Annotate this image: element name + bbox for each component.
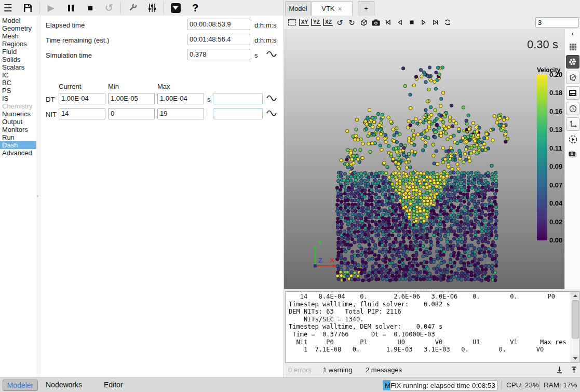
colorbar-toggle-button[interactable] xyxy=(566,86,579,100)
solver-console[interactable]: 14 8.4E-04 0. 2.6E-06 3.0E-06 0. 0. P0 T… xyxy=(285,291,579,363)
geometry-toggle-button[interactable] xyxy=(566,71,579,84)
dt-current-field[interactable]: 1.00E-04 xyxy=(59,93,105,104)
nit-min-field[interactable]: 0 xyxy=(108,108,155,119)
svg-text:X: X xyxy=(330,256,334,264)
view-xz-button[interactable]: XZ xyxy=(322,17,333,28)
simulation-time-value[interactable]: 0.378 xyxy=(187,49,250,60)
console-scrollbar[interactable] xyxy=(571,292,579,362)
settings-button[interactable] xyxy=(144,1,160,15)
save-button[interactable] xyxy=(20,1,35,15)
sidebar-item-geometry[interactable]: Geometry xyxy=(0,24,36,32)
mode-button-modeler[interactable]: Modeler xyxy=(3,380,38,391)
axes-toggle-button[interactable] xyxy=(566,117,579,131)
sidebar-item-ps[interactable]: PS xyxy=(0,87,36,94)
plot-nit-icon[interactable] xyxy=(266,109,277,117)
mode-button-editor[interactable]: Editor xyxy=(104,381,123,389)
wrench-icon xyxy=(127,3,138,13)
sidebar-item-mesh[interactable]: Mesh xyxy=(0,32,36,40)
help-button[interactable]: ? xyxy=(187,1,203,15)
nit-current-field[interactable]: 14 xyxy=(59,108,105,119)
sidebar-item-is[interactable]: IS xyxy=(0,94,36,102)
sidebar-item-model[interactable]: Model xyxy=(0,17,36,24)
scrollbar-down-arrow[interactable] xyxy=(571,355,579,362)
elapsed-time-value[interactable]: 00:00:08:53.9 xyxy=(187,19,250,30)
run-status-text: MFiX running: elapsed time 0:08:53 xyxy=(385,382,495,389)
tab-close-icon[interactable]: × xyxy=(338,5,342,13)
new-tab-button[interactable]: + xyxy=(358,1,374,16)
sidebar-item-scalars[interactable]: Scalars xyxy=(0,63,36,71)
tab-model[interactable]: Model xyxy=(285,1,311,16)
toolbar-separator xyxy=(164,2,164,14)
mfix-main-window: ☰ ▶ ■ ↺ ? Model Geometry Mesh Regions Fl… xyxy=(0,0,580,392)
perspective-cube-icon xyxy=(360,19,368,26)
dt-max-field[interactable]: 1.00E-04 xyxy=(157,93,204,104)
yz-axis-icon: YZ xyxy=(311,19,321,26)
reset-view-button[interactable] xyxy=(287,17,298,28)
screenshot-button[interactable] xyxy=(370,17,381,28)
rotate-right-button[interactable]: ↻ xyxy=(346,17,357,28)
time-remaining-value[interactable]: 00:01:48:56.4 xyxy=(187,34,250,45)
dt-min-field[interactable]: 1.00E-05 xyxy=(108,93,155,104)
sidebar-splitter[interactable]: ‹ xyxy=(36,16,41,377)
sidebar-item-bc[interactable]: BC xyxy=(0,79,36,87)
nit-max-field[interactable]: 19 xyxy=(157,108,204,119)
sidebar-item-ic[interactable]: IC xyxy=(0,71,36,79)
grid-toggle-button[interactable] xyxy=(566,40,579,53)
view-xy-button[interactable]: XY xyxy=(299,17,309,28)
sidebar-item-advanced[interactable]: Advanced xyxy=(0,149,36,157)
sidebar-item-fluid[interactable]: Fluid xyxy=(0,48,36,56)
time-label-toggle-button[interactable] xyxy=(566,102,579,115)
frame-number-input[interactable] xyxy=(535,17,579,28)
sidebar-item-dash[interactable]: Dash xyxy=(0,141,36,149)
dt-progress-bar: 100% xyxy=(213,93,263,104)
play-loop-button[interactable] xyxy=(442,17,453,28)
particles-toggle-button[interactable] xyxy=(566,55,579,69)
messages-count[interactable]: 2 messages xyxy=(366,366,402,374)
sidebar-item-output[interactable]: Output xyxy=(0,118,36,126)
toolbar-separator xyxy=(39,2,39,14)
stop-button[interactable]: ■ xyxy=(83,1,98,15)
errors-count[interactable]: 0 errors xyxy=(288,366,312,374)
view-yz-button[interactable]: YZ xyxy=(311,17,321,28)
menu-button[interactable]: ☰ xyxy=(0,1,16,15)
sidebar-item-run[interactable]: Run xyxy=(0,133,36,141)
record-camera-button[interactable] xyxy=(566,147,579,160)
statusbar-separator xyxy=(502,381,502,390)
xy-axis-icon: XY xyxy=(299,19,309,26)
vtk-toolbar: XY YZ XZ ↺ ↻ xyxy=(284,16,580,29)
reset-button[interactable]: ↺ xyxy=(101,1,117,15)
submit-box-button[interactable] xyxy=(168,1,183,15)
scroll-to-top-icon[interactable] xyxy=(570,366,578,374)
warnings-count[interactable]: 1 warning xyxy=(323,366,352,374)
scroll-to-bottom-icon[interactable] xyxy=(555,366,564,374)
play-button[interactable]: ▶ xyxy=(43,1,59,15)
stop-playback-button[interactable] xyxy=(406,17,417,28)
sidebar-item-regions[interactable]: Regions xyxy=(0,40,36,48)
perspective-button[interactable] xyxy=(358,17,369,28)
snapshot-play-button[interactable] xyxy=(566,133,579,145)
last-frame-button[interactable] xyxy=(430,17,441,28)
graphics-tab-bar: Model VTK× + xyxy=(284,0,580,16)
sidebar-item-numerics[interactable]: Numerics xyxy=(0,110,36,118)
sidebar-item-solids[interactable]: Solids xyxy=(0,56,36,63)
plot-simulation-time-icon[interactable] xyxy=(266,50,277,58)
scrollbar-thumb[interactable] xyxy=(572,300,579,339)
rotate-left-button[interactable]: ↺ xyxy=(334,17,345,28)
first-frame-button[interactable] xyxy=(382,17,393,28)
pause-button[interactable] xyxy=(63,1,78,15)
simulation-time-unit: s xyxy=(254,51,258,59)
next-icon xyxy=(421,19,427,25)
fit-view-icon xyxy=(288,19,296,25)
mode-button-nodeworks[interactable]: Nodeworks xyxy=(46,381,82,389)
hamburger-icon: ☰ xyxy=(3,3,12,13)
tab-vtk[interactable]: VTK× xyxy=(311,1,353,16)
previous-frame-button[interactable] xyxy=(394,17,405,28)
vtk-time-annotation: 0.30 s xyxy=(527,38,558,51)
next-frame-button[interactable] xyxy=(418,17,429,28)
vtk-viewport[interactable]: 0.30 s Velocity 0.20 0.18 0.16 0.13 0.11… xyxy=(284,29,564,289)
scrollbar-up-arrow[interactable] xyxy=(571,292,579,300)
build-button[interactable] xyxy=(125,1,140,15)
collapse-strip-icon[interactable]: ‹ xyxy=(565,29,580,38)
sidebar-item-monitors[interactable]: Monitors xyxy=(0,126,36,133)
plot-dt-icon[interactable] xyxy=(266,94,277,102)
